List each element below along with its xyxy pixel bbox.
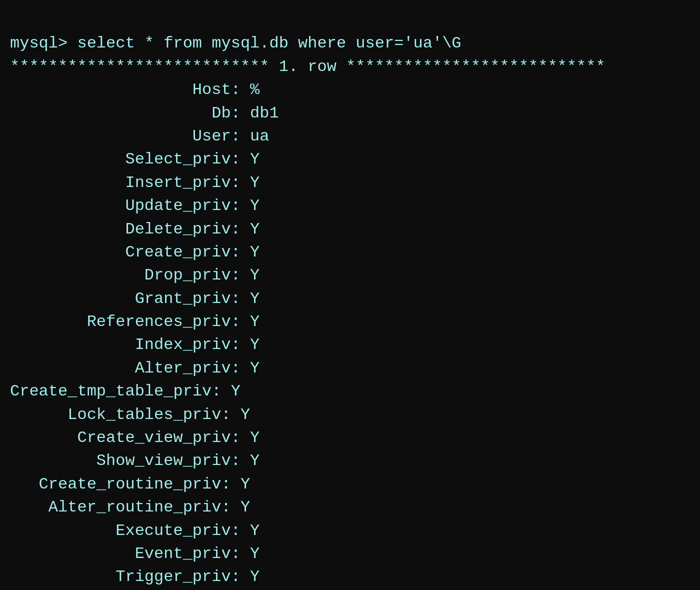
terminal-line-update-priv: Update_priv: Y xyxy=(10,194,690,218)
terminal-line-create-view-priv: Create_view_priv: Y xyxy=(10,426,690,450)
terminal-line-index-priv: Index_priv: Y xyxy=(10,334,690,356)
terminal-line-host: Host: % xyxy=(10,78,690,102)
terminal-line-user: User: ua xyxy=(10,125,690,148)
terminal-line-db: Db: db1 xyxy=(10,102,690,125)
terminal-line-create-priv: Create_priv: Y xyxy=(10,241,690,264)
terminal-line-event-priv: Event_priv: Y xyxy=(10,542,690,566)
terminal-line-create-tmp-priv: Create_tmp_table_priv: Y xyxy=(10,380,690,403)
terminal-line-cmd-line: mysql> select * from mysql.db where user… xyxy=(10,32,690,55)
terminal-line-create-routine-priv: Create_routine_priv: Y xyxy=(10,473,690,496)
terminal-line-select-priv: Select_priv: Y xyxy=(10,148,690,171)
terminal-line-trigger-priv: Trigger_priv: Y xyxy=(10,566,690,588)
terminal-line-delete-priv: Delete_priv: Y xyxy=(10,218,690,241)
terminal-window: mysql> select * from mysql.db where user… xyxy=(0,0,700,590)
terminal-line-references-priv: References_priv: Y xyxy=(10,310,690,334)
terminal-line-show-view-priv: Show_view_priv: Y xyxy=(10,450,690,472)
terminal-line-grant-priv: Grant_priv: Y xyxy=(10,288,690,310)
terminal-line-drop-priv: Drop_priv: Y xyxy=(10,264,690,287)
terminal-line-alter-routine-priv: Alter_routine_priv: Y xyxy=(10,496,690,519)
terminal-line-alter-priv: Alter_priv: Y xyxy=(10,357,690,380)
terminal-line-insert-priv: Insert_priv: Y xyxy=(10,172,690,194)
terminal-line-execute-priv: Execute_priv: Y xyxy=(10,520,690,542)
terminal-line-lock-tables-priv: Lock_tables_priv: Y xyxy=(10,404,690,426)
terminal-line-separator-top: *************************** 1. row *****… xyxy=(10,56,690,78)
